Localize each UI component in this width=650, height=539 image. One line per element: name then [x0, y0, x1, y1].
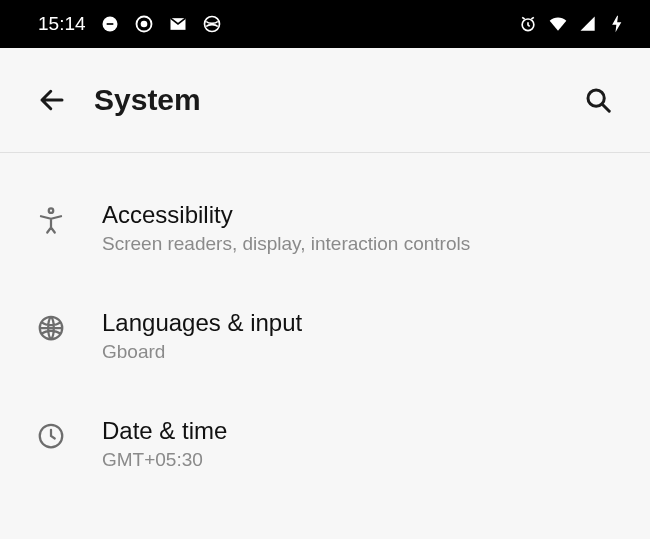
settings-list: Accessibility Screen readers, display, i… — [0, 153, 650, 525]
list-item-subtitle: GMT+05:30 — [102, 449, 227, 471]
list-item-title: Date & time — [102, 417, 227, 445]
svg-point-3 — [140, 21, 147, 28]
list-item-text: Date & time GMT+05:30 — [102, 417, 227, 471]
list-item-subtitle: Screen readers, display, interaction con… — [102, 233, 470, 255]
clock-icon — [34, 419, 68, 453]
status-right — [518, 14, 628, 34]
globe-notification-icon — [202, 14, 222, 34]
cell-signal-icon — [578, 14, 598, 34]
svg-point-7 — [49, 208, 54, 213]
list-item-subtitle: Gboard — [102, 341, 302, 363]
wifi-icon — [548, 14, 568, 34]
list-item-text: Accessibility Screen readers, display, i… — [102, 201, 470, 255]
list-item-title: Languages & input — [102, 309, 302, 337]
header: System — [0, 48, 650, 153]
record-icon — [134, 14, 154, 34]
list-item-datetime[interactable]: Date & time GMT+05:30 — [0, 417, 650, 525]
back-button[interactable] — [34, 82, 70, 118]
status-left: 15:14 — [38, 13, 222, 35]
list-item-accessibility[interactable]: Accessibility Screen readers, display, i… — [0, 201, 650, 309]
search-button[interactable] — [580, 82, 616, 118]
accessibility-icon — [34, 203, 68, 237]
chat-bubble-icon — [100, 14, 120, 34]
charging-icon — [608, 14, 628, 34]
list-item-languages[interactable]: Languages & input Gboard — [0, 309, 650, 417]
gmail-icon — [168, 14, 188, 34]
svg-rect-1 — [106, 23, 113, 25]
status-bar: 15:14 — [0, 0, 650, 48]
search-icon — [583, 85, 613, 115]
alarm-icon — [518, 14, 538, 34]
list-item-text: Languages & input Gboard — [102, 309, 302, 363]
globe-icon — [34, 311, 68, 345]
status-time: 15:14 — [38, 13, 86, 35]
svg-point-6 — [588, 90, 604, 106]
arrow-left-icon — [37, 85, 67, 115]
list-item-title: Accessibility — [102, 201, 470, 229]
page-title: System — [94, 83, 580, 117]
